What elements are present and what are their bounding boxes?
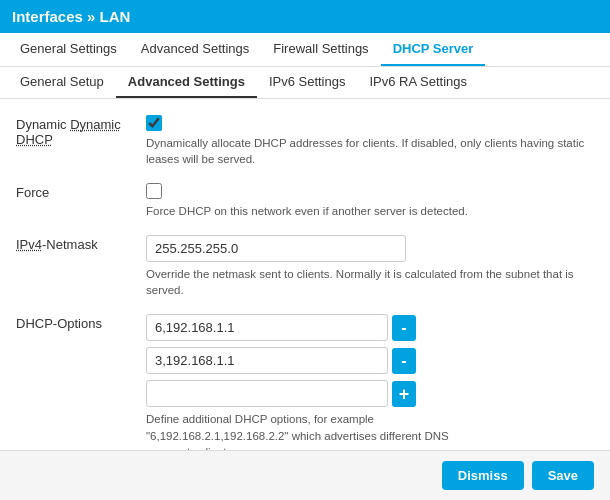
ipv4-netmask-control: Override the netmask sent to clients. No… [146, 235, 594, 298]
dhcp-options-control: - - + Define additional DHCP options, [146, 314, 594, 459]
dhcp-options-row: DHCP-Options - - [16, 314, 594, 459]
dhcp-option-row-1: - [146, 347, 416, 374]
tab-dhcp-server[interactable]: DHCP Server [381, 33, 486, 66]
dhcp-option-remove-1[interactable]: - [392, 348, 416, 374]
dhcp-option-add-button[interactable]: + [392, 381, 416, 407]
force-checkbox[interactable] [146, 183, 162, 199]
dynamic-dhcp-row: Dynamic Dynamic DHCP Dynamically allocat… [16, 115, 594, 167]
dhcp-options-label: DHCP-Options [16, 314, 146, 331]
ipv4-netmask-row: IPv4-Netmask Override the netmask sent t… [16, 235, 594, 298]
tab-ipv6-settings[interactable]: IPv6 Settings [257, 67, 358, 98]
dynamic-dhcp-label: Dynamic Dynamic DHCP [16, 115, 146, 147]
tab-general-settings[interactable]: General Settings [8, 33, 129, 66]
force-row: Force Force DHCP on this network even if… [16, 183, 594, 219]
dhcp-option-input-0[interactable] [146, 314, 388, 341]
dhcp-option-input-1[interactable] [146, 347, 388, 374]
dynamic-dhcp-hint: Dynamically allocate DHCP addresses for … [146, 135, 594, 167]
force-control: Force DHCP on this network even if anoth… [146, 183, 594, 219]
tab-advanced-settings[interactable]: Advanced Settings [129, 33, 261, 66]
dhcp-option-new-input[interactable] [146, 380, 388, 407]
dhcp-option-add-row: + [146, 380, 416, 407]
tab-firewall-settings[interactable]: Firewall Settings [261, 33, 380, 66]
tab-advanced-settings-secondary[interactable]: Advanced Settings [116, 67, 257, 98]
secondary-tab-bar: General Setup Advanced Settings IPv6 Set… [0, 67, 610, 99]
dismiss-button[interactable]: Dismiss [442, 461, 524, 490]
primary-tab-bar: General Settings Advanced Settings Firew… [0, 33, 610, 67]
tab-ipv6-ra-settings[interactable]: IPv6 RA Settings [357, 67, 479, 98]
dhcp-option-row-0: - [146, 314, 416, 341]
tab-general-setup[interactable]: General Setup [8, 67, 116, 98]
dhcp-options-list: - - + [146, 314, 416, 407]
content-area: Dynamic Dynamic DHCP Dynamically allocat… [0, 99, 610, 492]
ipv4-netmask-hint: Override the netmask sent to clients. No… [146, 266, 594, 298]
save-button[interactable]: Save [532, 461, 594, 490]
dynamic-dhcp-control: Dynamically allocate DHCP addresses for … [146, 115, 594, 167]
footer-bar: Dismiss Save [0, 450, 610, 500]
dhcp-option-remove-0[interactable]: - [392, 315, 416, 341]
ipv4-netmask-input[interactable] [146, 235, 406, 262]
dynamic-dhcp-checkbox[interactable] [146, 115, 162, 131]
ipv4-netmask-label: IPv4-Netmask [16, 235, 146, 252]
header-bar: Interfaces » LAN [0, 0, 610, 33]
page-title: Interfaces » LAN [12, 8, 130, 25]
force-label: Force [16, 183, 146, 200]
force-hint: Force DHCP on this network even if anoth… [146, 203, 594, 219]
